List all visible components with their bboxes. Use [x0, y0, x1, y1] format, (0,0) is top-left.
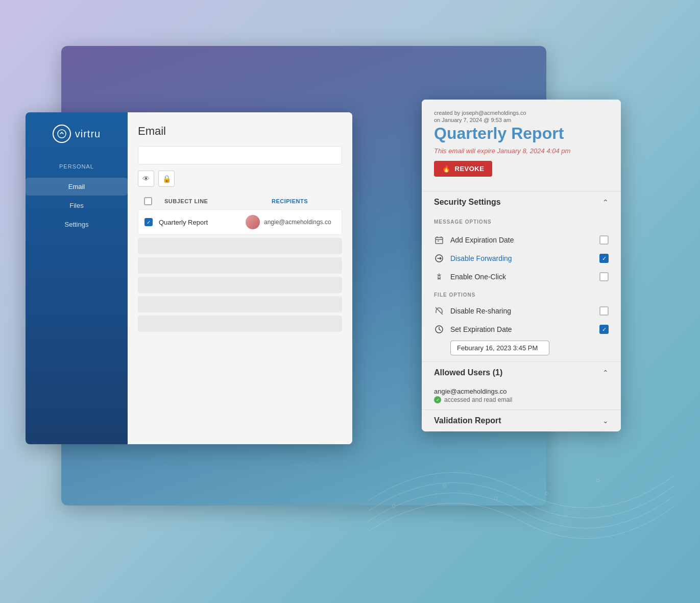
expiry-notice: This email will expire January 8, 2024 4… — [434, 147, 609, 155]
header-checkbox[interactable] — [144, 197, 152, 205]
expiration-icon — [434, 235, 444, 245]
panel-title: Quarterly Report — [434, 124, 609, 143]
disable-resharing-label: Disable Re-sharing — [450, 307, 511, 315]
user-status: ✓ accessed and read email — [434, 396, 609, 403]
recipient-area: angie@acmeholdings.co — [246, 215, 331, 229]
security-panel: created by joseph@acmeholdings.co on Jan… — [422, 100, 621, 431]
chevron-up-icon-2: ⌃ — [602, 369, 609, 377]
disable-forwarding-checkbox[interactable]: ✓ — [599, 254, 609, 263]
svg-line-9 — [436, 307, 443, 315]
allowed-users-header[interactable]: Allowed Users (1) ⌃ — [422, 361, 621, 383]
share-button[interactable]: 🔒 — [158, 171, 175, 187]
svg-point-4 — [596, 479, 599, 482]
expiration-date-container — [434, 339, 609, 355]
validation-report-title: Validation Report — [434, 416, 501, 425]
col-recipients-header[interactable]: RECIPIENTS — [272, 198, 308, 204]
user-entry: angie@acmeholdings.co ✓ accessed and rea… — [422, 383, 621, 409]
one-click-icon — [434, 272, 444, 282]
created-by: created by joseph@acmeholdings.co — [434, 110, 609, 116]
page-title: Email — [138, 125, 342, 138]
option-disable-resharing: Disable Re-sharing — [434, 302, 609, 320]
forwarding-icon — [434, 253, 444, 263]
option-disable-forwarding: Disable Forwarding ✓ — [434, 249, 609, 268]
add-expiration-label: Add Expiration Date — [450, 236, 514, 244]
sidebar-item-settings[interactable]: Settings — [26, 215, 128, 233]
option-add-expiration: Add Expiration Date — [434, 231, 609, 249]
logo-icon — [53, 125, 71, 143]
disable-resharing-checkbox[interactable] — [599, 306, 609, 316]
chevron-up-icon: ⌃ — [602, 198, 609, 206]
created-on: on January 7, 2024 @ 9:53 am — [434, 117, 609, 123]
sidebar-section-label: Personal — [26, 163, 128, 170]
logo-area: virtru — [44, 125, 109, 143]
option-enable-one-click: Enable One-Click — [434, 268, 609, 286]
row-checkbox[interactable]: ✓ — [144, 218, 153, 226]
security-settings-title: Security Settings — [434, 198, 501, 207]
svg-rect-6 — [436, 237, 443, 244]
revoke-icon: 🔥 — [442, 165, 451, 173]
user-email: angie@acmeholdings.co — [434, 388, 609, 395]
table-header: SUBJECT LINE RECIPIENTS — [138, 193, 342, 209]
logo-text: virtru — [75, 128, 101, 140]
main-content-panel: Email 👁 🔒 SUBJECT LINE RECIPIENTS ✓ Quar… — [128, 112, 352, 444]
enable-one-click-checkbox[interactable] — [599, 272, 609, 281]
enable-one-click-label: Enable One-Click — [450, 273, 506, 281]
view-button[interactable]: 👁 — [138, 171, 154, 187]
sidebar: virtru Personal Email Files Settings — [26, 112, 128, 444]
message-options-label: MESSAGE OPTIONS — [434, 219, 609, 225]
status-indicator: ✓ — [434, 396, 441, 403]
set-expiration-label: Set Expiration Date — [450, 325, 512, 333]
sidebar-item-email[interactable]: Email — [26, 178, 128, 196]
security-settings-content: MESSAGE OPTIONS Add Expiration Date — [422, 213, 621, 361]
option-set-expiration: Set Expiration Date ✓ — [434, 320, 609, 339]
recipient-email: angie@acmeholdings.co — [264, 219, 331, 226]
toolbar: 👁 🔒 — [138, 171, 342, 187]
disable-forwarding-label: Disable Forwarding — [450, 254, 512, 262]
panel-header: created by joseph@acmeholdings.co on Jan… — [422, 100, 621, 191]
resharing-icon — [434, 306, 444, 316]
placeholder-row-4 — [138, 296, 342, 312]
email-app-container: virtru Personal Email Files Settings Ema… — [26, 112, 352, 444]
email-subject: Quarterly Report — [159, 219, 235, 226]
expiration-date-input[interactable] — [450, 341, 549, 355]
sidebar-item-files[interactable]: Files — [26, 197, 128, 214]
table-row[interactable]: ✓ Quarterly Report angie@acmeholdings.co — [138, 209, 342, 235]
add-expiration-checkbox[interactable] — [599, 235, 609, 245]
clock-icon — [434, 324, 444, 334]
svg-point-5 — [58, 130, 66, 138]
set-expiration-checkbox[interactable]: ✓ — [599, 325, 609, 334]
user-status-text: accessed and read email — [444, 396, 512, 403]
placeholder-row-3 — [138, 277, 342, 293]
allowed-users-title: Allowed Users (1) — [434, 368, 502, 377]
chevron-down-icon: ⌄ — [602, 417, 609, 425]
security-settings-header[interactable]: Security Settings ⌃ — [422, 191, 621, 213]
sidebar-nav: Email Files Settings — [26, 178, 128, 233]
search-input[interactable] — [138, 146, 342, 164]
validation-report-header[interactable]: Validation Report ⌄ — [422, 409, 621, 431]
avatar — [246, 215, 260, 229]
revoke-button[interactable]: 🔥 REVOKE — [434, 161, 492, 177]
placeholder-row-1 — [138, 238, 342, 254]
col-subject-header: SUBJECT LINE — [164, 198, 241, 204]
placeholder-row-2 — [138, 257, 342, 274]
file-options-label: FILE OPTIONS — [434, 292, 609, 298]
placeholder-row-5 — [138, 316, 342, 332]
